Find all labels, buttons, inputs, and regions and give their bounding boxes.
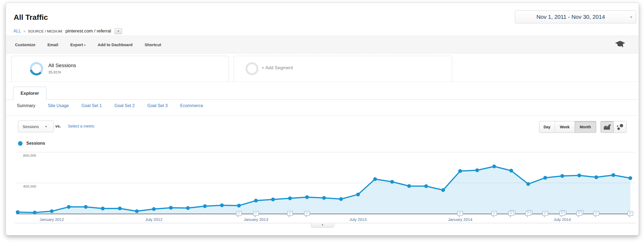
breadcrumb-dimension-label: SOURCE / MEDIUM: (28, 29, 63, 33)
subnav-ecommerce[interactable]: Ecommerce (180, 103, 203, 108)
segment-donut-icon (30, 62, 43, 75)
breadcrumb-dimension-value: pinterest.com / referral (65, 28, 111, 34)
tab-strip-bottom-divider (6, 99, 639, 100)
legend-dot-icon (18, 141, 23, 146)
breadcrumb: ALL » SOURCE / MEDIUM: pinterest.com / r… (13, 28, 122, 34)
metric-dropdown-label: Sessions (18, 124, 45, 129)
graduation-cap-icon (614, 40, 626, 49)
svg-text:800,000: 800,000 (23, 154, 36, 158)
motion-chart-button[interactable] (613, 121, 626, 133)
annotations-drawer-toggle[interactable]: ▼ (311, 223, 334, 228)
add-segment-ring-icon (246, 62, 258, 75)
caret-down-icon: ▾ (118, 30, 119, 32)
email-button[interactable]: Email (47, 42, 58, 47)
svg-text:January 2014: January 2014 (448, 217, 472, 222)
segment-title: All Sessions (48, 63, 76, 68)
metric-dropdown[interactable]: Sessions ▾ (18, 121, 54, 132)
subnav-divider (6, 115, 639, 115)
date-range-label: Nov 1, 2011 - Nov 30, 2014 (515, 14, 626, 20)
svg-text:July 2013: July 2013 (349, 217, 367, 222)
sessions-timeseries-chart[interactable]: 800,000400,000January 2012July 2012Janua… (6, 145, 639, 234)
line-chart-icon (603, 124, 611, 130)
subnav-goal-set-3[interactable]: Goal Set 3 (147, 103, 168, 108)
caret-down-icon: ▾ (626, 15, 636, 19)
report-toolbar: Customize Email Export▾ Add to Dashboard… (6, 36, 639, 53)
caret-down-icon: ▼ (321, 224, 324, 226)
granularity-week-button[interactable]: Week (555, 121, 575, 133)
breadcrumb-dropdown-button[interactable]: ▾ (115, 28, 122, 34)
add-segment-card[interactable]: + Add Segment (234, 56, 452, 82)
intelligence-events-button[interactable] (614, 40, 626, 49)
breadcrumb-all-link[interactable]: ALL (13, 29, 21, 34)
tab-explorer-label: Explorer (21, 91, 39, 96)
svg-text:400,000: 400,000 (23, 184, 36, 188)
breadcrumb-separator: » (23, 29, 25, 33)
line-chart-button[interactable] (601, 121, 613, 133)
subnav-site-usage[interactable]: Site Usage (48, 103, 69, 108)
add-to-dashboard-button[interactable]: Add to Dashboard (98, 42, 133, 47)
add-segment-label: + Add Segment (262, 65, 293, 71)
svg-text:July 2012: July 2012 (145, 217, 162, 222)
svg-text:July 2014: July 2014 (554, 217, 571, 222)
report-window: All Traffic ALL » SOURCE / MEDIUM: pinte… (6, 3, 639, 235)
chart-type-button-group (601, 121, 627, 133)
shortcut-button[interactable]: Shortcut (145, 42, 161, 47)
segment-card-all-sessions[interactable]: All Sessions 35.81% (12, 56, 229, 82)
caret-down-icon: ▾ (45, 125, 53, 128)
caret-down-icon: ▾ (84, 43, 86, 47)
svg-text:January 2013: January 2013 (244, 217, 268, 222)
tab-explorer[interactable]: Explorer (13, 87, 46, 100)
page-title: All Traffic (14, 13, 48, 22)
granularity-month-button[interactable]: Month (575, 121, 596, 133)
vs-label: vs. (55, 124, 61, 128)
export-button[interactable]: Export▾ (70, 42, 86, 47)
segment-percent: 35.81% (48, 70, 61, 74)
tab-strip-top-divider (6, 82, 639, 82)
subnav-goal-set-1[interactable]: Goal Set 1 (82, 103, 102, 108)
motion-chart-icon (617, 124, 624, 130)
subnav-summary[interactable]: Summary (17, 103, 35, 108)
report-subnav: Summary Site Usage Goal Set 1 Goal Set 2… (17, 103, 203, 108)
granularity-button-group: Day Week Month (539, 121, 596, 133)
svg-text:January 2012: January 2012 (39, 217, 64, 222)
customize-button[interactable]: Customize (15, 42, 35, 47)
select-a-metric-link[interactable]: Select a metric (68, 124, 94, 128)
subnav-goal-set-2[interactable]: Goal Set 2 (114, 103, 135, 108)
granularity-day-button[interactable]: Day (539, 121, 555, 133)
date-range-selector[interactable]: Nov 1, 2011 - Nov 30, 2014 ▾ (515, 10, 636, 23)
